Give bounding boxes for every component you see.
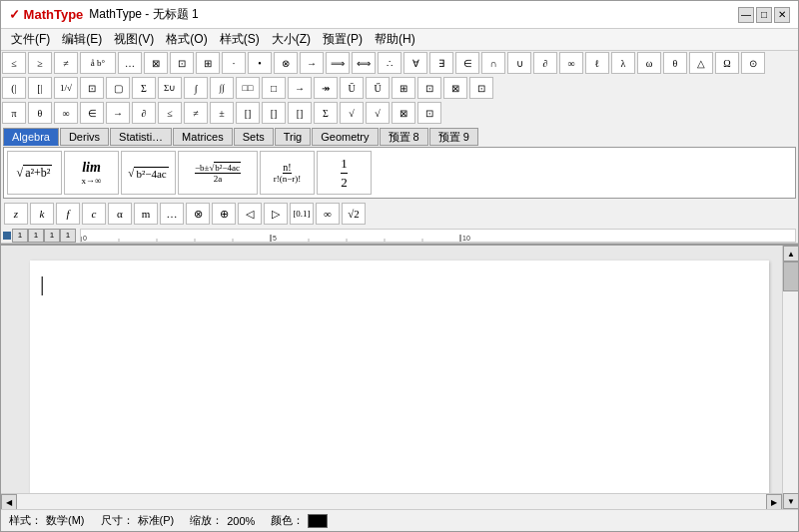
sym-boxdot2[interactable]: ⊡ (417, 77, 441, 99)
menu-file[interactable]: 文件(F) (5, 29, 56, 50)
small-ltri[interactable]: ◁ (238, 203, 262, 225)
sym-in2[interactable]: ∈ (80, 102, 104, 124)
sym-boxplus[interactable]: ⊞ (196, 52, 220, 74)
small-otimes[interactable]: ⊗ (186, 203, 210, 225)
sym-boxes[interactable]: □□ (236, 77, 260, 99)
sym-bigomega[interactable]: Ω (715, 52, 739, 74)
sym-boxdot[interactable]: ⊡ (170, 52, 194, 74)
tpl-quad-sqrt[interactable]: √ b²−4ac (121, 151, 176, 195)
small-sqrt2[interactable]: √2 (342, 203, 366, 225)
sym-frac-sqrt[interactable]: 1/√ (54, 77, 78, 99)
scroll-left-button[interactable]: ◀ (1, 494, 17, 510)
scroll-track-v[interactable] (783, 262, 798, 493)
sym-partial2[interactable]: ∂ (132, 102, 156, 124)
sym-sigma-cup[interactable]: Σ∪ (158, 77, 182, 99)
sym-boxdot3[interactable]: ⊡ (417, 102, 441, 124)
sym-square[interactable]: ▢ (106, 77, 130, 99)
sym-omega[interactable]: ω (637, 52, 661, 74)
small-f[interactable]: f (56, 203, 80, 225)
small-alpha[interactable]: α (108, 203, 132, 225)
small-infty[interactable]: ∞ (316, 203, 340, 225)
sym-leq[interactable]: ≤ (2, 52, 26, 74)
sym-boxminus[interactable]: ⊡ (469, 77, 493, 99)
menu-prefs[interactable]: 预置(P) (317, 29, 369, 50)
sym-infty[interactable]: ∞ (559, 52, 583, 74)
sym-neq[interactable]: ≠ (54, 52, 78, 74)
sym-lbracket[interactable]: [| (28, 77, 52, 99)
sym-infty2[interactable]: ∞ (54, 102, 78, 124)
tpl-permutation[interactable]: n! r!(n−r)! (260, 151, 315, 195)
tab-matrices[interactable]: Matrices (173, 128, 233, 146)
sym-matrix-box[interactable]: ⊡ (80, 77, 104, 99)
sym-cdot[interactable]: · (222, 52, 246, 74)
tab-geometry[interactable]: Geometry (312, 128, 378, 146)
scroll-up-button[interactable]: ▲ (783, 246, 798, 262)
menu-edit[interactable]: 编辑(E) (56, 29, 108, 50)
sym-therefore[interactable]: ∴ (378, 52, 401, 74)
small-01[interactable]: [0.1] (290, 203, 314, 225)
sym-arrow-r[interactable]: → (288, 77, 312, 99)
sym-theta2[interactable]: θ (28, 102, 52, 124)
small-k[interactable]: k (30, 203, 54, 225)
sym-otimes[interactable]: ⊗ (274, 52, 298, 74)
small-m[interactable]: m (134, 203, 158, 225)
sym-bracket1[interactable]: [] (236, 102, 260, 124)
sym-boxtimes3[interactable]: ⊠ (392, 102, 415, 124)
sym-boxplus2[interactable]: ⊞ (392, 77, 415, 99)
menu-view[interactable]: 视图(V) (108, 29, 160, 50)
sym-cup[interactable]: ∪ (507, 52, 531, 74)
close-button[interactable]: ✕ (774, 7, 790, 23)
sym-iff[interactable]: ⟺ (352, 52, 376, 74)
sym-ubar2[interactable]: Ű (366, 77, 390, 99)
small-rtri[interactable]: ▷ (264, 203, 288, 225)
tpl-limit[interactable]: lim x→∞ (64, 151, 119, 195)
sym-boxtimes2[interactable]: ⊠ (443, 77, 467, 99)
scroll-down-button[interactable]: ▼ (783, 493, 798, 509)
menu-size[interactable]: 大小(Z) (266, 29, 317, 50)
scroll-right-button[interactable]: ▶ (766, 494, 782, 510)
tpl-half[interactable]: 1 2 (317, 151, 372, 195)
tab-preset9[interactable]: 预置 9 (429, 128, 478, 146)
sym-rightarrow[interactable]: → (300, 52, 324, 74)
tab-algebra[interactable]: Algebra (3, 128, 59, 146)
sym-cap[interactable]: ∩ (481, 52, 505, 74)
sym-geq[interactable]: ≥ (28, 52, 52, 74)
sym-ellipsis[interactable]: … (118, 52, 142, 74)
sym-bracket2[interactable]: [] (262, 102, 286, 124)
scroll-track-h[interactable] (17, 494, 766, 509)
tpl-sqrt-sum[interactable]: √ a²+b² (7, 151, 62, 195)
sym-sigma[interactable]: Σ (132, 77, 156, 99)
tpl-quadratic[interactable]: −b± √ b²−4ac 2a (178, 151, 258, 195)
tab-statisti[interactable]: Statisti… (110, 128, 172, 146)
small-z[interactable]: z (4, 203, 28, 225)
ruler-mini-2[interactable]: 1 (28, 229, 44, 243)
sym-in[interactable]: ∈ (455, 52, 479, 74)
sym-neq2[interactable]: ≠ (184, 102, 208, 124)
sym-int[interactable]: ∫ (184, 77, 208, 99)
sym-bullet[interactable]: • (248, 52, 272, 74)
sym-partial[interactable]: ∂ (533, 52, 557, 74)
sym-leq2[interactable]: ≤ (158, 102, 182, 124)
menu-format[interactable]: 格式(O) (160, 29, 213, 50)
ruler-mini-3[interactable]: 1 (44, 229, 60, 243)
sym-arrow2[interactable]: → (106, 102, 130, 124)
maximize-button[interactable]: □ (756, 7, 772, 23)
tab-derivs[interactable]: Derivs (60, 128, 109, 146)
ruler-mini-1[interactable]: 1 (12, 229, 28, 243)
menu-help[interactable]: 帮助(H) (369, 29, 421, 50)
sym-lambda[interactable]: λ (611, 52, 635, 74)
content-area[interactable]: | ▲ ▼ ◀ ▶ (1, 246, 798, 531)
tab-trig[interactable]: Trig (275, 128, 312, 146)
small-ellipsis[interactable]: … (160, 203, 184, 225)
menu-style[interactable]: 样式(S) (214, 29, 266, 50)
sym-bracket3[interactable]: [] (288, 102, 312, 124)
sym-twohead[interactable]: ↠ (314, 77, 338, 99)
sym-sqrt[interactable]: √ (340, 102, 364, 124)
sym-sqrt2[interactable]: √ (366, 102, 390, 124)
ruler-mini-4[interactable]: 1 (60, 229, 76, 243)
sym-pi[interactable]: π (2, 102, 26, 124)
sym-theta[interactable]: θ (663, 52, 687, 74)
sym-pm[interactable]: ± (210, 102, 234, 124)
tab-preset8[interactable]: 预置 8 (380, 128, 428, 146)
sym-alpha-beta[interactable]: å b° (80, 52, 116, 74)
